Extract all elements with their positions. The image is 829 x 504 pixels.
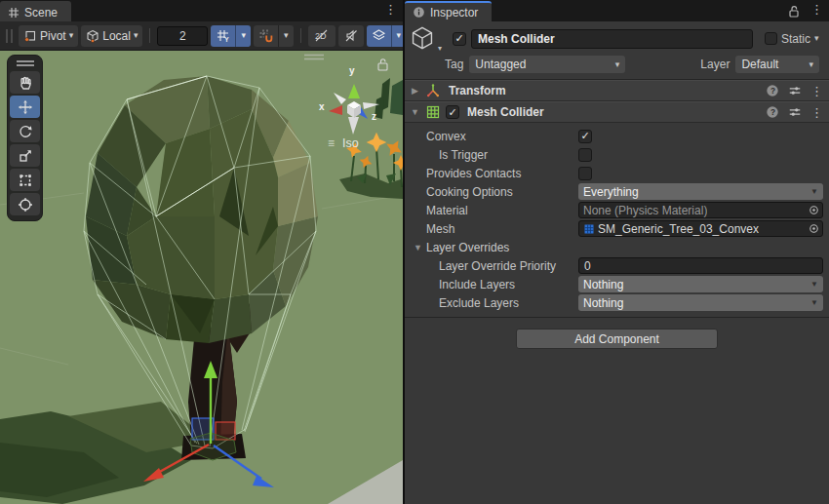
layer-label: Layer xyxy=(700,58,730,71)
presets-icon[interactable] xyxy=(788,105,802,119)
material-label: Material xyxy=(426,204,578,217)
chevron-down-icon: ▼ xyxy=(810,298,818,307)
foldout-open-icon[interactable]: ▼ xyxy=(410,107,420,117)
2d-mode-toggle[interactable]: 2D xyxy=(308,25,336,47)
scene-panel: Scene ⋮ Pivot ▾ Local ▾ xyxy=(0,0,403,504)
component-menu-kebab-icon[interactable]: ⋮ xyxy=(810,106,823,119)
mesh-label: Mesh xyxy=(426,222,578,236)
transform-component-header[interactable]: ▶ Transform ? ⋮ xyxy=(405,80,829,101)
check-icon: ✓ xyxy=(454,33,463,44)
tools-overlay-handle[interactable] xyxy=(17,60,34,66)
include-layers-dropdown[interactable]: Nothing ▼ xyxy=(578,276,823,292)
material-object-field[interactable]: None (Physics Material) xyxy=(578,202,823,218)
inspector-tabbar: Inspector ⋮ xyxy=(405,0,829,21)
help-icon[interactable]: ? xyxy=(766,105,779,119)
mesh-collider-component-header[interactable]: ▼ ✓ Mesh Collider ? ⋮ xyxy=(405,101,829,123)
info-icon xyxy=(413,6,425,19)
material-row: Material None (Physics Material) xyxy=(405,201,829,219)
static-checkbox[interactable] xyxy=(765,32,777,45)
gameobject-enabled-checkbox[interactable]: ✓ xyxy=(453,32,466,46)
cube-icon xyxy=(410,25,435,51)
transform-icon xyxy=(18,197,33,213)
include-layers-value: Nothing xyxy=(583,278,623,291)
rect-tool-button[interactable] xyxy=(10,169,40,191)
projection-label: Iso xyxy=(342,136,359,150)
rotate-tool-button[interactable] xyxy=(10,120,40,142)
exclude-layers-dropdown[interactable]: Nothing ▼ xyxy=(578,294,823,311)
mesh-value: SM_Generic_Tree_03_Convex xyxy=(598,222,759,236)
mesh-collider-enabled-checkbox[interactable]: ✓ xyxy=(446,105,459,119)
chevron-down-icon: ▾ xyxy=(134,31,138,40)
snap-toggle[interactable] xyxy=(254,25,278,47)
scene-tabbar: Scene ⋮ xyxy=(0,0,403,21)
object-picker-icon[interactable] xyxy=(805,221,822,236)
transform-title: Transform xyxy=(449,84,761,97)
exclude-layers-row: Exclude Layers Nothing ▼ xyxy=(405,293,829,312)
layer-overrides-label: Layer Overrides xyxy=(426,241,509,254)
pivot-dropdown[interactable]: Pivot ▾ xyxy=(19,25,78,47)
help-icon[interactable]: ? xyxy=(766,84,779,97)
layer-override-priority-input[interactable] xyxy=(578,257,823,274)
mesh-object-field[interactable]: SM_Generic_Tree_03_Convex xyxy=(578,220,823,237)
layer-override-priority-row: Layer Override Priority xyxy=(405,256,829,275)
rotate-icon xyxy=(18,124,33,139)
convex-row: Convex ✓ xyxy=(405,127,829,145)
mesh-asset-icon xyxy=(583,223,595,235)
svg-text:?: ? xyxy=(770,107,775,117)
transform-tool-button[interactable] xyxy=(10,193,40,215)
view-hand-tool-button[interactable] xyxy=(10,71,40,94)
scene-viewport[interactable]: y x z ≡ Iso xyxy=(0,51,403,504)
component-menu-kebab-icon[interactable]: ⋮ xyxy=(810,85,823,97)
grid-size-input[interactable] xyxy=(157,26,208,46)
chevron-down-icon: ▾ xyxy=(69,31,74,40)
provides-contacts-checkbox[interactable] xyxy=(578,167,592,180)
convex-checkbox[interactable]: ✓ xyxy=(578,130,592,143)
grid-options-dropdown[interactable]: ▾ xyxy=(235,25,251,47)
gameobject-icon-button[interactable]: ▾ xyxy=(410,25,441,52)
projection-toggle[interactable]: ≡ Iso xyxy=(328,136,359,150)
cooking-options-label: Cooking Options xyxy=(426,185,578,199)
gameobject-name-input[interactable] xyxy=(471,29,753,49)
scale-tool-button[interactable] xyxy=(10,144,40,167)
chevron-down-icon: ▾ xyxy=(615,60,620,69)
snap-magnet-icon xyxy=(258,28,273,43)
snap-options-dropdown[interactable]: ▾ xyxy=(278,25,294,47)
layer-dropdown[interactable]: Default ▾ xyxy=(735,56,819,73)
rect-icon xyxy=(18,173,33,188)
static-dropdown[interactable]: ▾ xyxy=(814,34,819,43)
local-dropdown[interactable]: Local ▾ xyxy=(81,25,142,47)
scene-menu-kebab-icon[interactable]: ⋮ xyxy=(382,3,403,19)
move-tool-button[interactable] xyxy=(10,96,40,118)
mesh-row: Mesh SM_Generic_Tree_03_Convex xyxy=(405,219,829,238)
effects-layers-icon xyxy=(372,28,386,43)
scene-3d-view[interactable]: y x z ≡ Iso xyxy=(0,51,403,504)
object-picker-icon[interactable] xyxy=(805,203,822,217)
foldout-closed-icon[interactable]: ▶ xyxy=(410,86,420,96)
material-value: None (Physics Material) xyxy=(583,204,707,217)
inspector-menu-kebab-icon[interactable]: ⋮ xyxy=(809,3,829,19)
move-icon xyxy=(18,99,33,115)
effects-options-dropdown[interactable]: ▾ xyxy=(391,25,404,47)
grid-visibility-toggle[interactable]: Y xyxy=(211,25,235,47)
tab-scene[interactable]: Scene xyxy=(0,1,71,21)
cooking-options-value: Everything xyxy=(583,185,639,199)
layer-overrides-foldout[interactable]: ▼ Layer Overrides xyxy=(405,238,829,256)
scale-icon xyxy=(18,148,33,164)
tab-inspector[interactable]: Inspector xyxy=(405,1,492,21)
scene-audio-toggle[interactable] xyxy=(338,25,364,47)
scene-effects-toggle[interactable] xyxy=(367,25,391,47)
foldout-open-icon: ▼ xyxy=(413,243,423,252)
2d-off-icon: 2D xyxy=(313,28,331,43)
lock-icon[interactable] xyxy=(787,4,801,19)
audio-muted-icon xyxy=(343,28,359,43)
add-component-button[interactable]: Add Component xyxy=(516,329,718,349)
cooking-options-dropdown[interactable]: Everything ▼ xyxy=(578,183,823,200)
is-trigger-checkbox[interactable] xyxy=(578,148,592,162)
check-icon: ✓ xyxy=(580,131,589,141)
presets-icon[interactable] xyxy=(788,84,802,97)
tag-dropdown[interactable]: Untagged ▾ xyxy=(469,56,625,73)
provides-contacts-label: Provides Contacts xyxy=(426,167,578,180)
toolbar-drag-handle[interactable] xyxy=(6,29,13,43)
tag-label: Tag xyxy=(445,58,463,71)
pivot-icon xyxy=(23,29,37,43)
